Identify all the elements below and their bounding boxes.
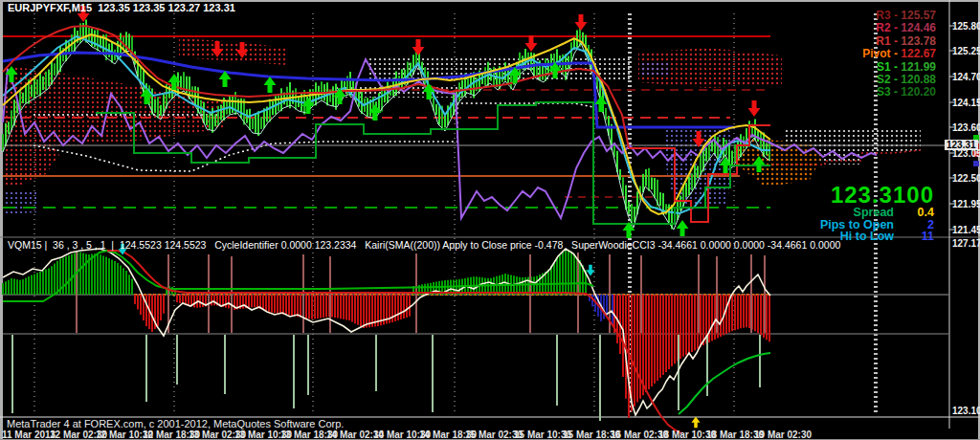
price-tick-label: 124.15 bbox=[952, 98, 980, 108]
pivot-legend-row: S2 - 120.88 bbox=[862, 74, 936, 86]
pivot-legend-row: R1 - 123.78 bbox=[862, 35, 936, 48]
pivot-legend-row: S3 - 120.20 bbox=[862, 86, 936, 99]
price-tick-label: 124.70 bbox=[952, 72, 980, 82]
time-axis[interactable]: 11 Mar 201312 Mar 02:3012 Mar 10:3012 Ma… bbox=[0, 429, 980, 440]
price-tick-label: 121.95 bbox=[952, 199, 980, 209]
time-tick-label: 19 Mar 02:30 bbox=[754, 429, 812, 440]
hi-to-low-value: 11 bbox=[894, 231, 934, 243]
time-tick-label: 11 Mar 2013 bbox=[2, 429, 56, 440]
mt4-chart-window: EURJPYFXF,M15 123.35 123.35 123.27 123.3… bbox=[0, 0, 980, 440]
indicator-header: VQM15 | 36 , 3 , 5 , 1 | 124.5523 124.55… bbox=[8, 239, 840, 251]
price-axis[interactable]: 123.31 127.175 123.104 125.80125.25124.7… bbox=[950, 0, 980, 429]
sub-axis-max: 127.175 bbox=[952, 238, 980, 249]
spread-label: Spread bbox=[854, 207, 894, 219]
hi-to-low-label: Hi to Low bbox=[840, 231, 894, 243]
price-tick-label: 125.80 bbox=[952, 21, 980, 32]
sub-axis-min: 123.104 bbox=[952, 406, 980, 416]
price-tick-label: 122.50 bbox=[952, 173, 980, 184]
pivot-legend: R3 - 125.57R2 - 124.46R1 - 123.78Pivot -… bbox=[862, 10, 936, 99]
pivot-legend-row: Pivot - 122.67 bbox=[862, 48, 936, 60]
vq-slow-red bbox=[107, 251, 681, 433]
pivot-legend-row: R2 - 124.46 bbox=[862, 22, 936, 34]
price-tick-label: 121.45 bbox=[952, 225, 980, 235]
subwindow-plot bbox=[3, 244, 948, 433]
quote-panel: 123.3100 Spread0.4 Pips to Open2 Hi to L… bbox=[820, 183, 934, 243]
price-tick-label: 123.60 bbox=[952, 122, 980, 133]
spread-value: 0.4 bbox=[894, 207, 934, 219]
price-tick-label: 125.25 bbox=[952, 46, 980, 56]
pivot-legend-row: R3 - 125.57 bbox=[862, 10, 936, 22]
price-tick-label: 123.05 bbox=[952, 148, 980, 159]
chart-title: EURJPYFXF,M15 123.35 123.35 123.27 123.3… bbox=[8, 2, 235, 13]
quote-price: 123.3100 bbox=[820, 183, 934, 207]
vq-recover-green bbox=[679, 353, 770, 414]
pivot-legend-row: S1 - 121.99 bbox=[862, 61, 936, 74]
